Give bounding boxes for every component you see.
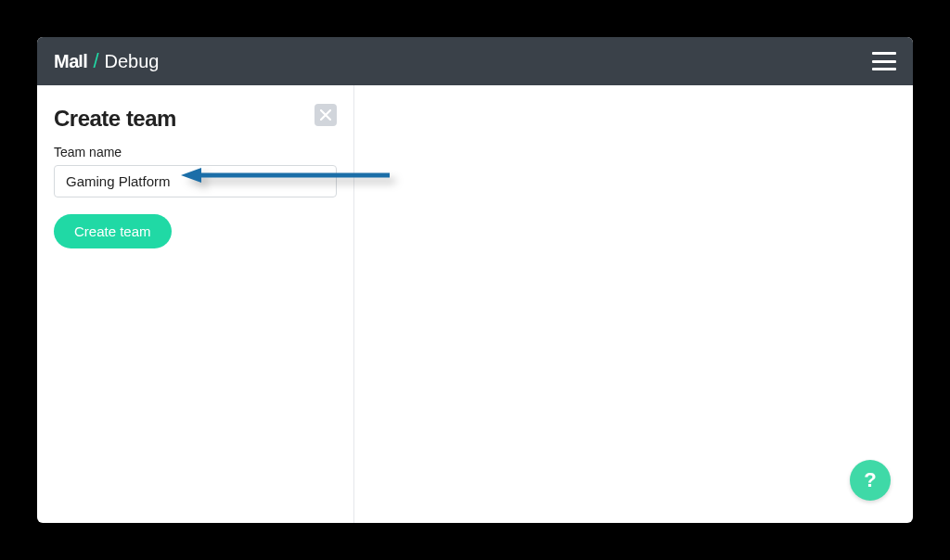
create-team-button[interactable]: Create team xyxy=(54,214,172,248)
menu-icon[interactable] xyxy=(872,52,896,70)
brand-slash-icon: / xyxy=(93,49,98,73)
team-name-label: Team name xyxy=(54,145,337,159)
left-panel: Create team Team name Create team xyxy=(37,85,354,523)
brand-debug-text: Debug xyxy=(105,51,160,72)
header: MaIl / Debug xyxy=(37,37,913,85)
content-area: Create team Team name Create team ? xyxy=(37,85,913,523)
help-button[interactable]: ? xyxy=(850,460,891,501)
panel-title: Create team xyxy=(54,106,337,132)
brand-logo: MaIl / Debug xyxy=(54,49,159,73)
app-window: MaIl / Debug Create team Team name Creat… xyxy=(37,37,913,523)
help-icon: ? xyxy=(864,468,876,492)
team-name-input[interactable] xyxy=(54,165,337,197)
close-icon[interactable] xyxy=(315,104,337,126)
brand-mail-text: MaIl xyxy=(54,51,87,72)
